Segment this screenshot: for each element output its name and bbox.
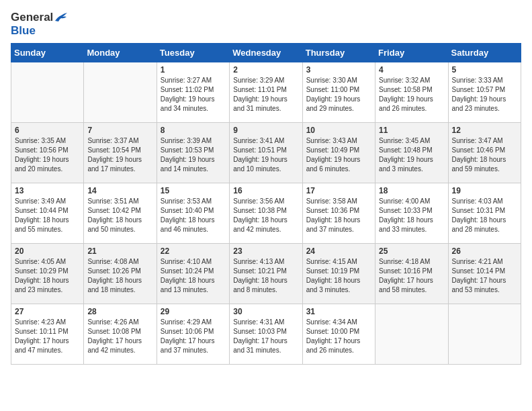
logo-blue-text: Blue: [11, 24, 36, 38]
calendar-day-cell: 29Sunrise: 4:29 AM Sunset: 10:06 PM Dayl…: [157, 304, 229, 365]
day-info: Sunrise: 4:23 AM Sunset: 10:11 PM Daylig…: [15, 318, 80, 355]
calendar-day-cell: [84, 62, 157, 123]
day-number: 9: [233, 126, 298, 135]
bird-logo-icon: [54, 12, 68, 23]
day-info: Sunrise: 3:53 AM Sunset: 10:40 PM Daylig…: [161, 197, 226, 234]
day-info: Sunrise: 3:41 AM Sunset: 10:51 PM Daylig…: [233, 136, 298, 174]
calendar-day-cell: 12Sunrise: 3:47 AM Sunset: 10:46 PM Dayl…: [448, 123, 521, 183]
day-number: 28: [87, 307, 152, 316]
logo-general-row: General: [11, 11, 68, 24]
day-info: Sunrise: 3:32 AM Sunset: 10:58 PM Daylig…: [379, 76, 444, 113]
day-info: Sunrise: 3:33 AM Sunset: 10:57 PM Daylig…: [452, 76, 517, 113]
day-number: 17: [306, 186, 371, 195]
calendar-day-cell: 31Sunrise: 4:34 AM Sunset: 10:00 PM Dayl…: [302, 304, 375, 365]
calendar-day-cell: 17Sunrise: 3:58 AM Sunset: 10:36 PM Dayl…: [302, 183, 375, 244]
calendar-day-cell: 6Sunrise: 3:35 AM Sunset: 10:56 PM Dayli…: [11, 123, 84, 183]
calendar-day-cell: 15Sunrise: 3:53 AM Sunset: 10:40 PM Dayl…: [157, 183, 229, 244]
calendar-week-row: 6Sunrise: 3:35 AM Sunset: 10:56 PM Dayli…: [11, 123, 521, 183]
calendar-day-cell: 19Sunrise: 4:03 AM Sunset: 10:31 PM Dayl…: [448, 183, 521, 244]
day-info: Sunrise: 4:13 AM Sunset: 10:21 PM Daylig…: [233, 257, 298, 295]
calendar-week-row: 1Sunrise: 3:27 AM Sunset: 11:02 PM Dayli…: [11, 62, 521, 123]
calendar-week-row: 20Sunrise: 4:05 AM Sunset: 10:29 PM Dayl…: [11, 244, 521, 304]
day-number: 2: [233, 65, 298, 75]
day-number: 5: [452, 65, 517, 75]
day-number: 26: [452, 246, 517, 256]
day-number: 31: [306, 307, 371, 316]
calendar-day-cell: 18Sunrise: 4:00 AM Sunset: 10:33 PM Dayl…: [375, 183, 448, 244]
day-number: 21: [87, 246, 152, 256]
day-info: Sunrise: 4:21 AM Sunset: 10:14 PM Daylig…: [452, 257, 517, 295]
calendar-day-cell: 16Sunrise: 3:56 AM Sunset: 10:38 PM Dayl…: [230, 183, 302, 244]
day-info: Sunrise: 3:43 AM Sunset: 10:49 PM Daylig…: [306, 136, 371, 174]
calendar-week-row: 13Sunrise: 3:49 AM Sunset: 10:44 PM Dayl…: [11, 183, 521, 244]
day-number: 3: [306, 65, 371, 75]
day-number: 29: [161, 307, 226, 316]
calendar-day-cell: 11Sunrise: 3:45 AM Sunset: 10:48 PM Dayl…: [375, 123, 448, 183]
calendar-day-cell: 9Sunrise: 3:41 AM Sunset: 10:51 PM Dayli…: [230, 123, 302, 183]
day-number: 20: [15, 246, 80, 256]
day-number: 8: [161, 126, 226, 135]
day-number: 4: [379, 65, 444, 75]
calendar-day-cell: 25Sunrise: 4:18 AM Sunset: 10:16 PM Dayl…: [375, 244, 448, 304]
weekday-header-wednesday: Wednesday: [230, 44, 302, 62]
calendar-day-cell: 22Sunrise: 4:10 AM Sunset: 10:24 PM Dayl…: [157, 244, 229, 304]
day-info: Sunrise: 3:37 AM Sunset: 10:54 PM Daylig…: [87, 136, 152, 174]
calendar-day-cell: 5Sunrise: 3:33 AM Sunset: 10:57 PM Dayli…: [448, 62, 521, 123]
day-number: 7: [87, 126, 152, 135]
day-number: 27: [15, 307, 80, 316]
day-info: Sunrise: 3:35 AM Sunset: 10:56 PM Daylig…: [15, 136, 80, 174]
logo: General Blue: [11, 11, 68, 38]
day-number: 13: [15, 186, 80, 195]
day-info: Sunrise: 3:29 AM Sunset: 11:01 PM Daylig…: [233, 76, 298, 113]
day-number: 12: [452, 126, 517, 135]
day-number: 1: [161, 65, 226, 75]
day-info: Sunrise: 4:00 AM Sunset: 10:33 PM Daylig…: [379, 197, 444, 234]
calendar-day-cell: 10Sunrise: 3:43 AM Sunset: 10:49 PM Dayl…: [302, 123, 375, 183]
day-info: Sunrise: 4:05 AM Sunset: 10:29 PM Daylig…: [15, 257, 80, 295]
calendar-day-cell: 7Sunrise: 3:37 AM Sunset: 10:54 PM Dayli…: [84, 123, 157, 183]
day-info: Sunrise: 4:08 AM Sunset: 10:26 PM Daylig…: [87, 257, 152, 295]
day-info: Sunrise: 3:39 AM Sunset: 10:53 PM Daylig…: [161, 136, 226, 174]
day-info: Sunrise: 3:27 AM Sunset: 11:02 PM Daylig…: [161, 76, 226, 113]
day-info: Sunrise: 4:18 AM Sunset: 10:16 PM Daylig…: [379, 257, 444, 295]
calendar-day-cell: [11, 62, 84, 123]
calendar-table: SundayMondayTuesdayWednesdayThursdayFrid…: [11, 43, 521, 365]
day-number: 6: [15, 126, 80, 135]
calendar-day-cell: 2Sunrise: 3:29 AM Sunset: 11:01 PM Dayli…: [230, 62, 302, 123]
day-number: 11: [379, 126, 444, 135]
day-info: Sunrise: 3:45 AM Sunset: 10:48 PM Daylig…: [379, 136, 444, 174]
calendar-day-cell: 4Sunrise: 3:32 AM Sunset: 10:58 PM Dayli…: [375, 62, 448, 123]
day-info: Sunrise: 4:03 AM Sunset: 10:31 PM Daylig…: [452, 197, 517, 234]
day-info: Sunrise: 4:34 AM Sunset: 10:00 PM Daylig…: [306, 318, 371, 355]
calendar-day-cell: 24Sunrise: 4:15 AM Sunset: 10:19 PM Dayl…: [302, 244, 375, 304]
day-info: Sunrise: 3:58 AM Sunset: 10:36 PM Daylig…: [306, 197, 371, 234]
calendar-day-cell: 3Sunrise: 3:30 AM Sunset: 11:00 PM Dayli…: [302, 62, 375, 123]
calendar-day-cell: 30Sunrise: 4:31 AM Sunset: 10:03 PM Dayl…: [230, 304, 302, 365]
day-info: Sunrise: 4:26 AM Sunset: 10:08 PM Daylig…: [87, 318, 152, 355]
day-info: Sunrise: 4:10 AM Sunset: 10:24 PM Daylig…: [161, 257, 226, 295]
calendar-day-cell: [448, 304, 521, 365]
calendar-week-row: 27Sunrise: 4:23 AM Sunset: 10:11 PM Dayl…: [11, 304, 521, 365]
day-info: Sunrise: 4:29 AM Sunset: 10:06 PM Daylig…: [161, 318, 226, 355]
day-info: Sunrise: 4:15 AM Sunset: 10:19 PM Daylig…: [306, 257, 371, 295]
weekday-header-tuesday: Tuesday: [157, 44, 229, 62]
weekday-header-monday: Monday: [84, 44, 157, 62]
weekday-header-row: SundayMondayTuesdayWednesdayThursdayFrid…: [11, 44, 521, 62]
day-number: 24: [306, 246, 371, 256]
day-info: Sunrise: 3:47 AM Sunset: 10:46 PM Daylig…: [452, 136, 517, 174]
calendar-day-cell: 1Sunrise: 3:27 AM Sunset: 11:02 PM Dayli…: [157, 62, 229, 123]
day-number: 16: [233, 186, 298, 195]
day-number: 10: [306, 126, 371, 135]
calendar-day-cell: 8Sunrise: 3:39 AM Sunset: 10:53 PM Dayli…: [157, 123, 229, 183]
calendar-day-cell: 23Sunrise: 4:13 AM Sunset: 10:21 PM Dayl…: [230, 244, 302, 304]
day-number: 23: [233, 246, 298, 256]
day-info: Sunrise: 4:31 AM Sunset: 10:03 PM Daylig…: [233, 318, 298, 355]
day-number: 30: [233, 307, 298, 316]
day-number: 25: [379, 246, 444, 256]
day-number: 22: [161, 246, 226, 256]
weekday-header-sunday: Sunday: [11, 44, 84, 62]
calendar-day-cell: 20Sunrise: 4:05 AM Sunset: 10:29 PM Dayl…: [11, 244, 84, 304]
day-number: 14: [87, 186, 152, 195]
day-info: Sunrise: 3:51 AM Sunset: 10:42 PM Daylig…: [87, 197, 152, 234]
day-number: 15: [161, 186, 226, 195]
